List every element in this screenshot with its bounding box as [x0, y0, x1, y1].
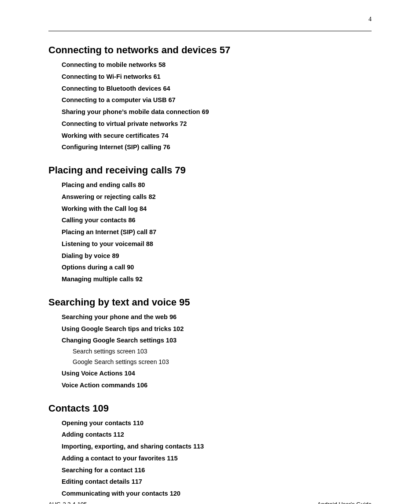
toc-item-3-6: Communicating with your contacts 120 — [62, 489, 372, 499]
section-heading-0: Connecting to networks and devices 57 — [48, 44, 372, 56]
page-number: 4 — [368, 16, 372, 23]
toc-item-2-0: Searching your phone and the web 96 — [62, 313, 372, 322]
toc-item-3-5: Editing contact details 117 — [62, 477, 372, 487]
toc-item-3-1: Adding contacts 112 — [62, 430, 372, 440]
footer-right: Android User's Guide — [317, 501, 372, 504]
toc-item-2-2: Changing Google Search settings 103 — [62, 336, 372, 346]
toc-item-1-8: Managing multiple calls 92 — [62, 275, 372, 284]
toc-container: Connecting to networks and devices 57Con… — [48, 44, 372, 499]
toc-item-1-3: Calling your contacts 86 — [62, 216, 372, 225]
toc-item-0-1: Connecting to Wi-Fi networks 61 — [62, 72, 372, 82]
section-heading-3: Contacts 109 — [48, 403, 372, 414]
toc-item-0-7: Configuring Internet (SIP) calling 76 — [62, 143, 372, 152]
toc-item-0-6: Working with secure certificates 74 — [62, 131, 372, 141]
toc-item-1-5: Listening to your voicemail 88 — [62, 239, 372, 249]
toc-subitem-2-4: Google Search settings screen 103 — [73, 357, 372, 367]
toc-item-1-6: Dialing by voice 89 — [62, 251, 372, 261]
toc-item-1-2: Working with the Call log 84 — [62, 204, 372, 214]
toc-item-0-4: Sharing your phone’s mobile data connect… — [62, 107, 372, 117]
toc-item-3-0: Opening your contacts 110 — [62, 419, 372, 428]
toc-item-3-3: Adding a contact to your favorites 115 — [62, 454, 372, 464]
toc-item-2-5: Using Voice Actions 104 — [62, 369, 372, 379]
toc-item-0-3: Connecting to a computer via USB 67 — [62, 96, 372, 105]
top-rule — [48, 31, 372, 31]
section-heading-1: Placing and receiving calls 79 — [48, 165, 372, 176]
toc-item-3-4: Searching for a contact 116 — [62, 466, 372, 475]
page: 4 Connecting to networks and devices 57C… — [0, 0, 420, 504]
toc-subitem-2-3: Search settings screen 103 — [73, 347, 372, 356]
toc-item-0-0: Connecting to mobile networks 58 — [62, 60, 372, 70]
section-heading-2: Searching by text and voice 95 — [48, 297, 372, 308]
toc-item-2-1: Using Google Search tips and tricks 102 — [62, 324, 372, 334]
toc-item-1-7: Options during a call 90 — [62, 263, 372, 272]
toc-item-1-0: Placing and ending calls 80 — [62, 180, 372, 190]
toc-item-2-6: Voice Action commands 106 — [62, 381, 372, 390]
toc-item-3-2: Importing, exporting, and sharing contac… — [62, 442, 372, 452]
toc-item-1-1: Answering or rejecting calls 82 — [62, 192, 372, 202]
footer-left: AUG-2.3.4-105 — [48, 501, 87, 504]
toc-item-0-2: Connecting to Bluetooth devices 64 — [62, 84, 372, 94]
footer: AUG-2.3.4-105 Android User's Guide — [48, 501, 372, 504]
toc-item-0-5: Connecting to virtual private networks 7… — [62, 119, 372, 129]
toc-item-1-4: Placing an Internet (SIP) call 87 — [62, 228, 372, 237]
